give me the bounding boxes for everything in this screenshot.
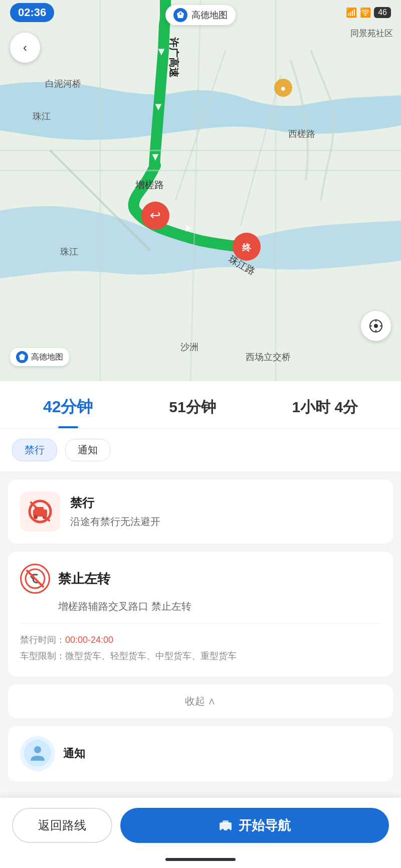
collapse-button[interactable]: 收起 ∧: [8, 684, 393, 718]
notification-preview: 通知: [8, 726, 393, 781]
restriction-subtitle: 增槎路辅路交叉路口 禁止左转: [20, 600, 381, 613]
svg-point-41: [34, 746, 41, 753]
notification-label: 通知: [63, 746, 85, 761]
notification-icon: [20, 736, 55, 771]
map-label-xichang: 西场立交桥: [246, 351, 291, 363]
status-right: 📶 🛜 46: [346, 7, 391, 18]
alert-icon-box: [20, 491, 60, 532]
alert-content: 禁行 沿途有禁行无法避开: [70, 495, 160, 529]
svg-point-44: [221, 829, 224, 832]
svg-marker-30: [19, 354, 25, 360]
map-view[interactable]: ▼ ▼ ▼ ▼ ↩ 终 许广高速 珠江路 增槎路 ●: [0, 0, 401, 381]
map-label-xizha: 西槎路: [288, 128, 315, 140]
route-tab-time-2: 1小时 4分: [292, 397, 358, 418]
status-bar: 02:36 📶 🛜 46: [0, 0, 401, 25]
route-tab-time-0: 42分钟: [43, 396, 93, 418]
filter-tabs: 禁行 通知: [0, 429, 401, 471]
alert-card: 禁行 沿途有禁行无法避开: [8, 479, 393, 544]
route-tab-2[interactable]: 1小时 4分: [282, 392, 368, 423]
amap-logo-bottom: 高德地图: [10, 348, 69, 366]
restriction-meta: 禁行时间：00:00-24:00 车型限制：微型货车、轻型货车、中型货车、重型货…: [20, 623, 381, 664]
map-label-zhujiang1: 珠江: [33, 110, 51, 122]
route-tab-1[interactable]: 51分钟: [159, 392, 226, 423]
restriction-time-value: 00:00-24:00: [65, 635, 113, 645]
start-navigation-label: 开始导航: [239, 817, 291, 834]
route-tab-0[interactable]: 42分钟: [33, 391, 103, 423]
svg-text:▼: ▼: [156, 45, 167, 58]
battery-indicator: 46: [374, 7, 391, 18]
filter-tab-tongzhi[interactable]: 通知: [65, 439, 110, 461]
return-route-label: 返回路线: [38, 817, 86, 833]
amap-logo-text: 高德地图: [31, 352, 63, 363]
svg-text:许广高速: 许广高速: [168, 38, 179, 78]
restriction-title: 禁止左转: [58, 570, 110, 588]
restriction-header: 禁止左转: [20, 564, 381, 594]
filter-tab-jixing-label: 禁行: [25, 444, 45, 455]
route-tabs: 42分钟 51分钟 1小时 4分: [0, 381, 401, 429]
svg-point-25: [374, 324, 378, 328]
bottom-actions: 返回路线 开始导航: [0, 798, 401, 868]
svg-text:终: 终: [242, 243, 252, 253]
home-indicator: [165, 858, 236, 861]
restriction-time: 禁行时间：00:00-24:00: [20, 632, 381, 648]
map-label-bainihegiao: 白泥河桥: [45, 78, 81, 90]
svg-rect-0: [0, 0, 401, 381]
restriction-time-label: 禁行时间：: [20, 635, 65, 645]
restriction-card: 禁止左转 增槎路辅路交叉路口 禁止左转 禁行时间：00:00-24:00 车型限…: [8, 552, 393, 676]
alert-description: 沿途有禁行无法避开: [70, 515, 160, 529]
wifi-icon: 🛜: [360, 7, 371, 18]
start-navigation-button[interactable]: 开始导航: [120, 808, 389, 843]
svg-text:▼: ▼: [153, 100, 164, 113]
route-tab-time-1: 51分钟: [169, 397, 216, 418]
map-label-zhujiang2: 珠江: [60, 246, 78, 258]
restriction-vehicle: 车型限制：微型货车、轻型货车、中型货车、重型货车: [20, 648, 381, 664]
restriction-icon: [20, 564, 50, 594]
return-route-button[interactable]: 返回路线: [12, 808, 112, 843]
svg-rect-43: [223, 820, 229, 824]
svg-text:↩: ↩: [150, 208, 161, 223]
community-label: 同景苑社区: [350, 28, 393, 39]
signal-icon: 📶: [346, 7, 357, 18]
collapse-label: 收起 ∧: [185, 696, 217, 707]
navigation-icon: [219, 818, 233, 832]
location-button[interactable]: [361, 311, 391, 341]
map-label-shazhou: 沙洲: [180, 341, 198, 353]
filter-tab-jixing[interactable]: 禁行: [12, 439, 57, 461]
svg-point-45: [227, 829, 230, 832]
svg-text:▼: ▼: [150, 150, 161, 163]
svg-point-34: [34, 515, 38, 519]
svg-text:增槎路: 增槎路: [135, 180, 164, 190]
svg-text:●: ●: [281, 83, 286, 93]
filter-tab-tongzhi-label: 通知: [78, 444, 98, 455]
amap-logo-icon: [16, 351, 28, 363]
alert-title: 禁行: [70, 495, 160, 511]
back-button[interactable]: ‹: [10, 33, 40, 63]
status-time: 02:36: [10, 3, 54, 22]
